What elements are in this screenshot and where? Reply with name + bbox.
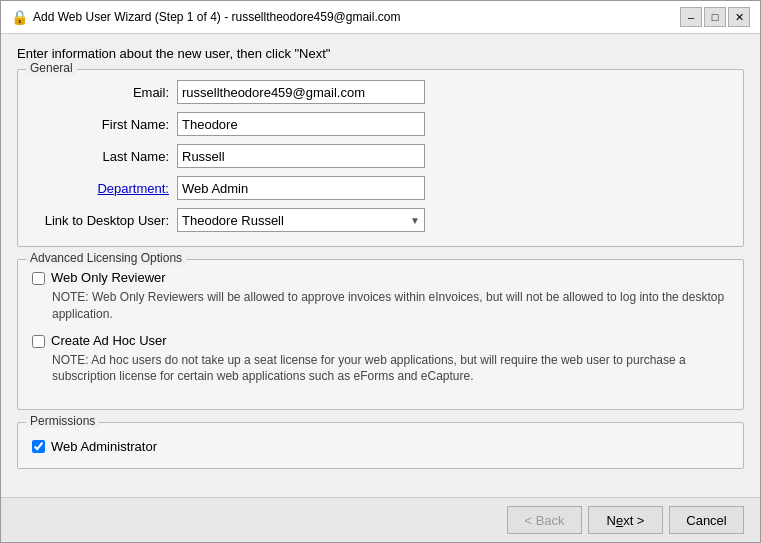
web-only-reviewer-row: Web Only Reviewer <box>32 270 729 285</box>
email-input[interactable] <box>177 80 425 104</box>
close-button[interactable]: ✕ <box>728 7 750 27</box>
link-desktop-label: Link to Desktop User: <box>32 213 177 228</box>
next-button[interactable]: Next > <box>588 506 663 534</box>
department-label[interactable]: Department: <box>32 181 177 196</box>
first-name-row: First Name: <box>32 112 729 136</box>
web-only-reviewer-checkbox[interactable] <box>32 272 45 285</box>
create-ad-hoc-row: Create Ad Hoc User <box>32 333 729 348</box>
instruction-text: Enter information about the new user, th… <box>17 46 744 61</box>
title-bar: 🔒 Add Web User Wizard (Step 1 of 4) - ru… <box>1 1 760 34</box>
back-button[interactable]: < Back <box>507 506 582 534</box>
wizard-window: 🔒 Add Web User Wizard (Step 1 of 4) - ru… <box>0 0 761 543</box>
wizard-content: Enter information about the new user, th… <box>1 34 760 497</box>
window-icon: 🔒 <box>11 9 27 25</box>
email-row: Email: <box>32 80 729 104</box>
minimize-button[interactable]: – <box>680 7 702 27</box>
last-name-input[interactable] <box>177 144 425 168</box>
link-desktop-select-wrapper: Theodore Russell ▼ <box>177 208 425 232</box>
window-controls: – □ ✕ <box>680 7 750 27</box>
permissions-group: Permissions Web Administrator <box>17 422 744 469</box>
last-name-row: Last Name: <box>32 144 729 168</box>
link-desktop-row: Link to Desktop User: Theodore Russell ▼ <box>32 208 729 232</box>
department-input[interactable] <box>177 176 425 200</box>
last-name-label: Last Name: <box>32 149 177 164</box>
email-label: Email: <box>32 85 177 100</box>
permissions-group-title: Permissions <box>26 414 99 428</box>
first-name-input[interactable] <box>177 112 425 136</box>
general-group: General Email: First Name: Last Name: De… <box>17 69 744 247</box>
create-ad-hoc-label: Create Ad Hoc User <box>51 333 167 348</box>
window-title: Add Web User Wizard (Step 1 of 4) - russ… <box>33 10 674 24</box>
web-only-note: NOTE: Web Only Reviewers will be allowed… <box>52 289 729 323</box>
create-ad-hoc-checkbox[interactable] <box>32 335 45 348</box>
first-name-label: First Name: <box>32 117 177 132</box>
department-row: Department: <box>32 176 729 200</box>
advanced-group-title: Advanced Licensing Options <box>26 251 186 265</box>
maximize-button[interactable]: □ <box>704 7 726 27</box>
web-administrator-label: Web Administrator <box>51 439 157 454</box>
web-administrator-checkbox[interactable] <box>32 440 45 453</box>
web-only-reviewer-label: Web Only Reviewer <box>51 270 166 285</box>
next-button-label: Next > <box>607 513 645 528</box>
create-ad-hoc-note: NOTE: Ad hoc users do not take up a seat… <box>52 352 729 386</box>
link-desktop-select[interactable]: Theodore Russell <box>178 209 424 231</box>
wizard-footer: < Back Next > Cancel <box>1 497 760 542</box>
general-group-title: General <box>26 61 77 75</box>
web-admin-row: Web Administrator <box>32 439 729 454</box>
advanced-group: Advanced Licensing Options Web Only Revi… <box>17 259 744 410</box>
cancel-button[interactable]: Cancel <box>669 506 744 534</box>
